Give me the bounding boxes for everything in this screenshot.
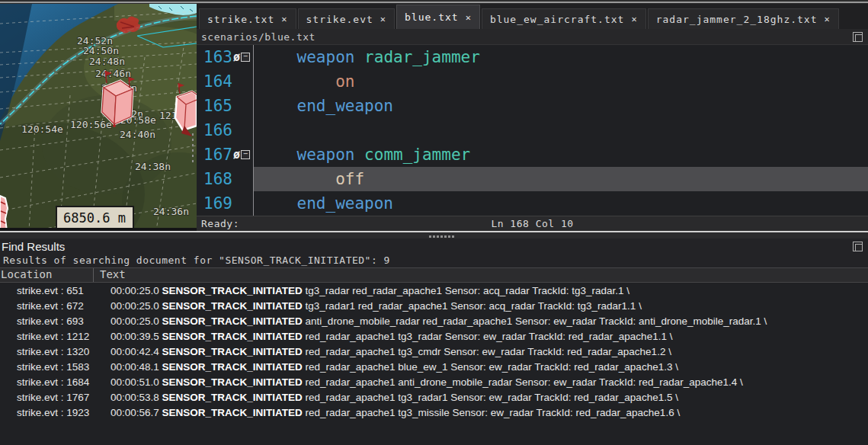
tab-label: strike.evt bbox=[306, 14, 373, 25]
find-result-row[interactable]: strike.evt : 1212 00:00:39.5 SENSOR_TRAC… bbox=[0, 328, 868, 344]
close-icon[interactable]: ✕ bbox=[380, 14, 386, 24]
map-lat-label: 24:46n bbox=[95, 68, 131, 79]
duplicate-view-icon[interactable] bbox=[853, 242, 863, 251]
duplicate-view-icon[interactable] bbox=[853, 32, 863, 42]
editor-gutter: 169 bbox=[197, 191, 254, 216]
map-lat-label: 24:40n bbox=[120, 129, 155, 140]
editor-tab[interactable]: strike.evt ✕ bbox=[298, 8, 396, 29]
code-text[interactable]: end_weapon bbox=[254, 191, 868, 216]
editor-gutter: 166 bbox=[197, 118, 254, 142]
result-location: strike.evt : 1320 bbox=[0, 346, 111, 357]
editor-tab[interactable]: blue.txt ✕ bbox=[396, 5, 480, 29]
map-view[interactable]: 24:52n 24:50n 24:48n 24:46n 24:44n 24:42… bbox=[0, 4, 197, 231]
find-result-row[interactable]: strike.evt : 1923 00:00:56.7 SENSOR_TRAC… bbox=[0, 405, 868, 420]
close-icon[interactable]: ✕ bbox=[825, 14, 831, 24]
editor-status-bar: Ready: Ln 168 Col 10 bbox=[197, 216, 868, 231]
find-result-row[interactable]: strike.evt : 693 00:00:25.0 SENSOR_TRACK… bbox=[0, 313, 868, 328]
map-lat-label: 24:36n bbox=[153, 206, 189, 217]
editor-gutter: 167 ø − bbox=[197, 142, 254, 167]
close-icon[interactable]: ✕ bbox=[281, 14, 287, 24]
find-result-row[interactable]: strike.evt : 1583 00:00:48.1 SENSOR_TRAC… bbox=[0, 359, 868, 374]
code-line[interactable]: 167 ø − weapon comm_jammer bbox=[197, 142, 868, 167]
find-results-header: Find Results bbox=[0, 239, 868, 255]
splitter-drag-handle-icon[interactable] bbox=[429, 235, 454, 238]
editor-tab[interactable]: blue_ew_aircraft.txt ✕ bbox=[482, 8, 646, 29]
result-text: 00:00:56.7 SENSOR_TRACK_INITIATED red_ra… bbox=[111, 407, 868, 418]
hidden-region-icon[interactable]: ø bbox=[233, 52, 240, 63]
tab-label: blue.txt bbox=[405, 11, 459, 23]
code-text[interactable]: off bbox=[254, 167, 868, 191]
result-location: strike.evt : 1923 bbox=[0, 407, 111, 418]
result-location: strike.evt : 1583 bbox=[0, 361, 111, 373]
code-area[interactable]: 163 ø − weapon radar_jammer 164 on 165 bbox=[197, 45, 868, 216]
line-number: 164 bbox=[197, 72, 232, 91]
find-result-row[interactable]: strike.evt : 651 00:00:25.0 SENSOR_TRACK… bbox=[0, 283, 868, 298]
fold-collapse-icon[interactable]: − bbox=[241, 53, 250, 62]
line-number: 166 bbox=[197, 121, 232, 139]
map-lon-label: 120:54e bbox=[21, 123, 63, 135]
breadcrumb: scenarios/blue.txt bbox=[197, 31, 853, 43]
code-text[interactable]: end_weapon bbox=[254, 94, 868, 118]
find-result-row[interactable]: strike.evt : 672 00:00:25.0 SENSOR_TRACK… bbox=[0, 298, 868, 313]
close-icon[interactable]: ✕ bbox=[631, 14, 637, 24]
hidden-region-icon[interactable]: ø bbox=[233, 149, 240, 161]
tab-label: radar_jammer_2_18ghz.txt bbox=[656, 14, 818, 25]
result-text: 00:00:25.0 SENSOR_TRACK_INITIATED tg3_ra… bbox=[111, 300, 868, 312]
line-number: 168 bbox=[197, 170, 232, 188]
result-location: strike.evt : 672 bbox=[0, 300, 111, 312]
svg-text:6850.6 m: 6850.6 m bbox=[63, 210, 126, 226]
result-text: 00:00:53.8 SENSOR_TRACK_INITIATED red_ra… bbox=[111, 392, 868, 403]
code-line[interactable]: 165 end_weapon bbox=[197, 94, 868, 118]
map-lat-label: 24:48n bbox=[89, 56, 125, 67]
code-text[interactable]: weapon comm_jammer bbox=[254, 142, 868, 167]
result-text: 00:00:51.0 SENSOR_TRACK_INITIATED red_ra… bbox=[111, 376, 868, 388]
map-scale: 6850.6 m bbox=[56, 206, 133, 231]
tab-label: strike.txt bbox=[207, 14, 274, 25]
find-results-panel: Find Results Results of searching docume… bbox=[0, 239, 868, 445]
close-icon[interactable]: ✕ bbox=[466, 12, 472, 23]
find-results-title: Find Results bbox=[0, 240, 853, 253]
result-text: 00:00:25.0 SENSOR_TRACK_INITIATED tg3_ra… bbox=[111, 285, 868, 296]
map-lon-label: 120:56e bbox=[70, 119, 112, 130]
editor-gutter: 164 bbox=[197, 69, 254, 94]
editor-gutter: 168 bbox=[197, 167, 254, 191]
result-text: 00:00:48.1 SENSOR_TRACK_INITIATED red_ra… bbox=[111, 361, 868, 373]
results-table-header: Location Text bbox=[0, 267, 868, 283]
results-table-body: strike.evt : 651 00:00:25.0 SENSOR_TRACK… bbox=[0, 283, 868, 420]
editor-gutter: 165 bbox=[197, 94, 254, 118]
result-location: strike.evt : 1767 bbox=[0, 392, 111, 403]
tab-label: blue_ew_aircraft.txt bbox=[490, 14, 625, 25]
code-line[interactable]: 166 bbox=[197, 118, 868, 142]
editor-tab[interactable]: radar_jammer_2_18ghz.txt ✕ bbox=[648, 8, 839, 29]
column-header-location[interactable]: Location bbox=[0, 268, 94, 282]
column-header-text[interactable]: Text bbox=[94, 268, 126, 282]
gutter-icons: ø − bbox=[232, 52, 253, 63]
editor-tab-bar: strike.txt ✕ strike.evt ✕ blue.txt ✕ blu… bbox=[197, 4, 868, 29]
map-unit[interactable] bbox=[0, 196, 8, 231]
code-text[interactable]: weapon radar_jammer bbox=[254, 45, 868, 69]
editor-tab[interactable]: strike.txt ✕ bbox=[199, 8, 296, 29]
result-location: strike.evt : 1212 bbox=[0, 331, 111, 342]
result-location: strike.evt : 693 bbox=[0, 315, 111, 327]
code-text[interactable] bbox=[254, 118, 868, 142]
breadcrumb-row: scenarios/blue.txt bbox=[197, 29, 868, 45]
map-canvas[interactable]: 24:52n 24:50n 24:48n 24:46n 24:44n 24:42… bbox=[0, 4, 197, 231]
find-result-row[interactable]: strike.evt : 1320 00:00:42.4 SENSOR_TRAC… bbox=[0, 344, 868, 359]
code-line[interactable]: 164 on bbox=[197, 69, 868, 94]
find-result-row[interactable]: strike.evt : 1767 00:00:53.8 SENSOR_TRAC… bbox=[0, 389, 868, 405]
code-text[interactable]: on bbox=[254, 69, 868, 94]
main-row: 24:52n 24:50n 24:48n 24:46n 24:44n 24:42… bbox=[0, 4, 868, 231]
editor-gutter: 163 ø − bbox=[197, 45, 254, 69]
code-line[interactable]: 168 off bbox=[197, 167, 868, 191]
result-text: 00:00:39.5 SENSOR_TRACK_INITIATED red_ra… bbox=[111, 331, 868, 342]
line-number: 165 bbox=[197, 97, 232, 115]
map-lat-label: 24:38n bbox=[135, 161, 171, 172]
fold-collapse-icon[interactable]: − bbox=[241, 150, 250, 159]
code-line[interactable]: 169 end_weapon bbox=[197, 191, 868, 216]
horizontal-splitter[interactable] bbox=[0, 231, 868, 239]
find-result-row[interactable]: strike.evt : 1684 00:00:51.0 SENSOR_TRAC… bbox=[0, 374, 868, 389]
line-number: 167 bbox=[197, 146, 232, 164]
splitter-line bbox=[0, 231, 868, 232]
status-cursor-position: Ln 168 Col 10 bbox=[197, 218, 868, 229]
code-line[interactable]: 163 ø − weapon radar_jammer bbox=[197, 45, 868, 69]
